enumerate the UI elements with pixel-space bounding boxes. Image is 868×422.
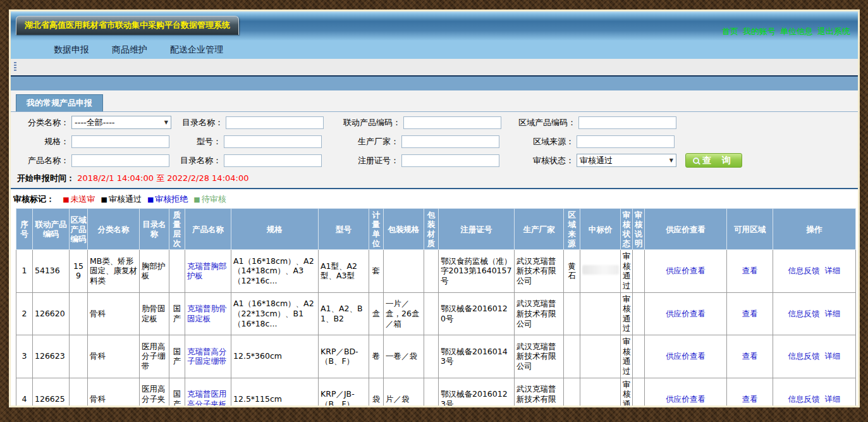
cell-col-11 <box>424 292 439 335</box>
cell-col-0: 4 <box>16 378 33 406</box>
audit-legend-label: 审核标记： <box>13 194 54 204</box>
menu-item[interactable]: 数据申报 <box>54 44 89 56</box>
menu-item[interactable]: 配送企业管理 <box>170 44 223 56</box>
column-header-5: 质量层次 <box>169 209 185 250</box>
form-row: 产品名称：目录名称：注册证号：审核状态：审核通过▼查 询 <box>11 152 858 169</box>
search-button[interactable]: 查 询 <box>685 153 742 168</box>
form-input[interactable] <box>577 135 675 148</box>
operation-link[interactable]: 详细 <box>824 309 840 318</box>
form-input[interactable] <box>578 116 676 129</box>
table-row: 3126623骨科医用高分子绷带国产克瑞普高分子固定绷带12.5*360cmKR… <box>16 335 856 378</box>
column-header-0: 序号 <box>16 209 33 250</box>
cell-col-18: 供应价查看 <box>645 292 727 335</box>
tab-my-regular-product-declaration[interactable]: 我的常规产品申报 <box>16 94 103 111</box>
cell-col-3: MB类、矫形固定、康复材料类 <box>88 250 140 293</box>
title-bar: 湖北省高值医用耗材省市联动集中采购平台数据管理系统 首页我的账号单位信息退出系统 <box>11 11 858 40</box>
supply-price-view-link[interactable]: 供应价查看 <box>666 351 706 361</box>
form-select[interactable]: ----全部----▼ <box>71 116 171 129</box>
column-header-11: 包装材质 <box>424 209 439 250</box>
cell-col-10: 一卷／袋 <box>384 335 424 378</box>
field-label: 型号： <box>176 136 224 147</box>
form-input[interactable] <box>401 135 499 148</box>
cell-col-3: 骨科 <box>88 335 140 378</box>
form-input[interactable] <box>403 116 501 129</box>
field-label: 注册证号： <box>328 155 401 166</box>
product-name-link[interactable]: 克瑞普肋骨固定板 <box>187 304 227 323</box>
available-region-view-link[interactable]: 查看 <box>742 394 758 404</box>
form-select[interactable]: 审核通过▼ <box>577 154 676 167</box>
available-region-view-link[interactable]: 查看 <box>742 309 758 318</box>
form-input[interactable] <box>224 154 322 167</box>
table-row: 4126625骨科医用高分子夹板国产克瑞普医用高分子夹板12.5*115cmKR… <box>16 378 856 406</box>
cell-col-6: 克瑞普高分子固定绷带 <box>185 335 231 378</box>
top-link[interactable]: 单位信息 <box>780 27 813 36</box>
product-name-link[interactable]: 克瑞普高分子固定绷带 <box>187 347 227 366</box>
legend-item-label: 待审核 <box>202 194 226 204</box>
form-input[interactable] <box>224 135 322 148</box>
cell-col-6: 克瑞普肋骨固定板 <box>185 292 231 335</box>
operation-link[interactable]: 信息反馈 <box>788 266 820 275</box>
product-name-link[interactable]: 克瑞普胸部护板 <box>187 261 227 281</box>
cell-col-17 <box>633 335 645 378</box>
operation-link[interactable]: 详细 <box>824 266 840 275</box>
cell-col-17 <box>633 378 645 406</box>
cell-col-10: 一片／盒，26盒／箱 <box>384 292 424 335</box>
cell-col-4: 医用高分子夹板 <box>140 378 169 406</box>
field-label: 区域产品编码： <box>508 117 578 128</box>
legend-item-label: 审核通过 <box>109 194 142 204</box>
cell-col-12: 鄂汉械备20160123号 <box>439 378 515 406</box>
column-header-10: 包装规格 <box>384 209 424 250</box>
available-region-view-link[interactable]: 查看 <box>742 351 758 361</box>
cell-col-12: 鄂汉食药监械（准）字2013第1640157号 <box>439 250 515 293</box>
table-header: 序号联动产品编码区域产品编码分类名称目录名称质量层次产品名称规格型号计量单位包装… <box>16 209 856 250</box>
menu-item[interactable]: 商品维护 <box>112 44 147 56</box>
cell-col-5: 国产 <box>169 292 185 335</box>
cell-col-7: 12.5*360cm <box>231 335 319 378</box>
sub-header-band <box>11 77 858 90</box>
operation-link[interactable]: 信息反馈 <box>788 309 820 318</box>
supply-price-view-link[interactable]: 供应价查看 <box>666 394 706 404</box>
operation-link[interactable]: 详细 <box>824 351 840 361</box>
cell-col-9: 卷 <box>369 335 384 378</box>
cell-col-2 <box>70 335 88 378</box>
chevron-down-icon: ▼ <box>669 158 673 163</box>
top-link[interactable]: 首页 <box>722 27 738 36</box>
column-header-9: 计量单位 <box>369 209 384 250</box>
product-name-link[interactable]: 克瑞普医用高分子夹板 <box>187 389 227 406</box>
available-region-view-link[interactable]: 查看 <box>742 266 758 275</box>
cell-col-1: 126625 <box>33 378 70 406</box>
cell-col-12: 鄂汉械备20160120号 <box>439 292 515 335</box>
drag-grip-icon[interactable] <box>14 62 16 72</box>
top-link[interactable]: 退出系统 <box>817 27 850 36</box>
audit-legend: 审核标记： ■未送审■审核通过■审核拒绝■待审核 <box>11 189 858 208</box>
supply-price-view-link[interactable]: 供应价查看 <box>666 266 706 275</box>
legend-square-icon: ■ <box>63 195 69 204</box>
form-row: 规格：型号：生产厂家：区域来源： <box>11 133 858 150</box>
form-input[interactable] <box>401 154 499 167</box>
operation-link[interactable]: 信息反馈 <box>788 394 820 404</box>
cell-col-7: A1（16*18cm）、A2（14*18cm）、A3（12*16c... <box>231 250 319 293</box>
cell-col-0: 1 <box>16 250 33 293</box>
cell-col-11 <box>424 378 439 406</box>
column-header-18: 供应价查看 <box>645 209 727 250</box>
cell-col-15 <box>580 335 621 378</box>
field-label: 区域来源： <box>506 136 577 147</box>
cell-col-6: 克瑞普医用高分子夹板 <box>185 378 231 406</box>
form-input[interactable] <box>71 154 169 167</box>
cell-col-20: 信息反馈 详细 <box>773 335 856 378</box>
cell-col-14 <box>564 292 580 335</box>
cell-col-15 <box>580 250 621 293</box>
form-input[interactable] <box>226 116 324 129</box>
supply-price-view-link[interactable]: 供应价查看 <box>666 309 706 318</box>
operation-link[interactable]: 信息反馈 <box>788 351 820 361</box>
cell-col-8: KRP／JB-（B、F） <box>319 378 369 406</box>
page-title: 湖北省高值医用耗材省市联动集中采购平台数据管理系统 <box>16 16 239 35</box>
column-header-2: 区域产品编码 <box>70 209 88 250</box>
top-link[interactable]: 我的账号 <box>743 27 776 36</box>
table-body: 154136159MB类、矫形固定、康复材料类胸部护板克瑞普胸部护板A1（16*… <box>16 250 856 406</box>
form-input[interactable] <box>71 135 169 148</box>
cell-col-9: 盒 <box>369 292 384 335</box>
cell-col-4: 医用高分子绷带 <box>140 335 169 378</box>
cell-col-2 <box>70 378 88 406</box>
operation-link[interactable]: 详细 <box>824 394 840 404</box>
